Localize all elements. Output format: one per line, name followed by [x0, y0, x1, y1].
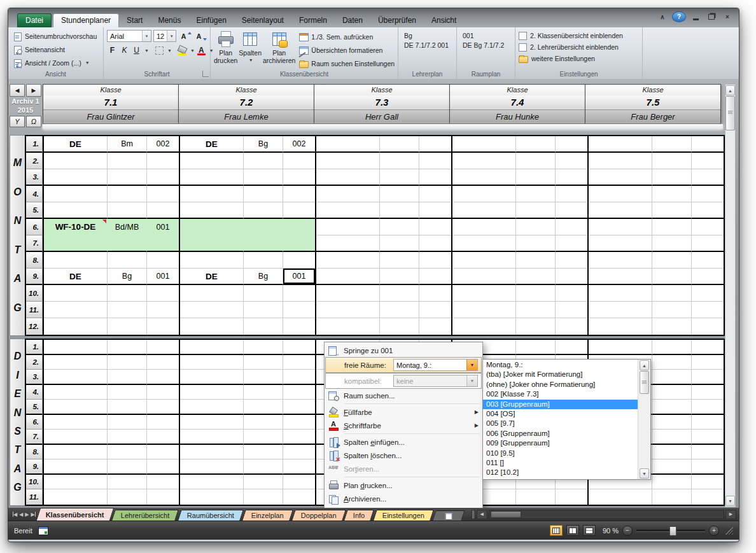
- cell-room[interactable]: [283, 475, 315, 490]
- menu-item-sortieren[interactable]: Sortieren...: [325, 462, 482, 475]
- cell-teacher[interactable]: [108, 202, 147, 219]
- cell-teacher[interactable]: [244, 153, 283, 169]
- cell-subject[interactable]: [316, 252, 380, 269]
- cell-subject[interactable]: [44, 415, 108, 430]
- cell-teacher[interactable]: [244, 415, 283, 430]
- cell-teacher[interactable]: [516, 489, 556, 505]
- cell-room[interactable]: [283, 153, 315, 169]
- cell-teacher[interactable]: [652, 235, 692, 252]
- bold-button[interactable]: F: [107, 45, 118, 56]
- cell-room[interactable]: [692, 445, 724, 460]
- cell-room[interactable]: [419, 219, 451, 235]
- cell-teacher[interactable]: [244, 252, 283, 269]
- ribbon-tab-ansicht[interactable]: Ansicht: [424, 14, 464, 27]
- row-number[interactable]: 9.: [26, 269, 43, 285]
- cell-teacher[interactable]: [108, 285, 147, 302]
- cell-subject[interactable]: WF-10-DE: [44, 219, 108, 235]
- cell-teacher[interactable]: [108, 169, 147, 186]
- cell-room[interactable]: [556, 169, 587, 186]
- chevron-down-icon[interactable]: ▼: [167, 48, 172, 53]
- cell-teacher[interactable]: [380, 219, 419, 235]
- cell-teacher[interactable]: [108, 153, 147, 169]
- cell-room[interactable]: [419, 202, 451, 219]
- row-number[interactable]: 8.: [26, 445, 43, 460]
- chevron-down-icon[interactable]: ▼: [167, 31, 176, 41]
- cell-room[interactable]: [692, 136, 724, 153]
- cell-room[interactable]: [556, 340, 587, 355]
- cell-subject[interactable]: [452, 269, 516, 285]
- cell-teacher[interactable]: [380, 318, 419, 335]
- cell-teacher[interactable]: [244, 302, 283, 318]
- semester-aufruecken-button[interactable]: 1./3. Sem. aufrücken: [299, 31, 395, 43]
- row-number[interactable]: 1.: [26, 340, 43, 355]
- cell-teacher[interactable]: [516, 169, 556, 186]
- cell-room[interactable]: [419, 235, 451, 252]
- uebersichten-formatieren-button[interactable]: Übersichten formatieren: [299, 45, 395, 56]
- cell-room[interactable]: [692, 459, 724, 475]
- menu-item-kompatibel[interactable]: kompatibel:keine▼: [325, 373, 482, 389]
- cell-room[interactable]: [556, 285, 587, 302]
- cell-room[interactable]: [283, 340, 315, 355]
- cell-teacher[interactable]: [380, 302, 419, 318]
- cell-teacher[interactable]: [244, 318, 283, 335]
- cell-subject[interactable]: [452, 252, 516, 269]
- cell-subject[interactable]: [452, 153, 516, 169]
- cell-subject[interactable]: [589, 202, 652, 219]
- resize-grip-icon[interactable]: [725, 527, 733, 535]
- cell-teacher[interactable]: [244, 202, 283, 219]
- insert-sheet-tab[interactable]: [432, 510, 465, 521]
- cell-teacher[interactable]: [244, 475, 283, 490]
- cell-teacher[interactable]: Bd/MB: [108, 219, 147, 235]
- zoom-slider[interactable]: [636, 529, 705, 532]
- cell-room[interactable]: [692, 269, 724, 285]
- cell-subject[interactable]: [316, 269, 380, 285]
- vertical-scrollbar[interactable]: ▲ ▼: [725, 84, 736, 507]
- page-break-preview-button[interactable]: Seitenumbruchvorschau: [11, 30, 100, 42]
- cell-room[interactable]: [147, 318, 179, 335]
- cell-room[interactable]: [556, 302, 587, 318]
- cell-room[interactable]: [419, 169, 451, 186]
- cell-room[interactable]: [283, 285, 315, 302]
- cell-teacher[interactable]: [244, 370, 283, 385]
- room-option-006-gruppenraum[interactable]: 006 [Gruppenraum]: [483, 429, 638, 438]
- cell-room[interactable]: [147, 169, 179, 186]
- cell-subject[interactable]: [180, 340, 244, 355]
- cell-room[interactable]: [556, 202, 587, 219]
- close-icon[interactable]: ×: [721, 12, 734, 22]
- cell-subject[interactable]: [589, 489, 652, 505]
- row-number[interactable]: 10.: [26, 475, 43, 490]
- view-zoom-button[interactable]: Ansicht / Zoom (...) ▼: [11, 57, 100, 69]
- cell-subject[interactable]: [316, 302, 380, 318]
- cell-room[interactable]: 001: [283, 269, 315, 285]
- cell-room[interactable]: [283, 445, 315, 460]
- cell-teacher[interactable]: [108, 252, 147, 269]
- cell-room[interactable]: [419, 252, 451, 269]
- cell-room[interactable]: [692, 285, 724, 302]
- cell-teacher[interactable]: [652, 169, 692, 186]
- cell-teacher[interactable]: [244, 169, 283, 186]
- cell-room[interactable]: [692, 430, 724, 445]
- cell-teacher[interactable]: [108, 340, 147, 355]
- row-number[interactable]: 6.: [26, 415, 43, 430]
- cell-teacher[interactable]: [652, 269, 692, 285]
- cell-subject[interactable]: [44, 340, 108, 355]
- horizontal-scroll-track[interactable]: [489, 510, 724, 519]
- cell-teacher[interactable]: [516, 318, 556, 335]
- sheet-tab-klassen-bersicht[interactable]: Klassenübersicht: [36, 508, 113, 521]
- cell-subject[interactable]: [316, 235, 380, 252]
- cell-subject[interactable]: [452, 318, 516, 335]
- restore-icon[interactable]: [705, 12, 718, 22]
- menu-item-schriftfarbe[interactable]: Schriftfarbe▶: [325, 419, 482, 432]
- cell-teacher[interactable]: [652, 370, 692, 385]
- cell-subject[interactable]: [316, 169, 380, 186]
- sheet-tab-einzelplan[interactable]: Einzelplan: [242, 510, 293, 521]
- cell-subject[interactable]: [44, 235, 108, 252]
- cell-teacher[interactable]: [244, 235, 283, 252]
- cell-subject[interactable]: [180, 370, 244, 385]
- cell-teacher[interactable]: [108, 355, 147, 370]
- cell-room[interactable]: [283, 385, 315, 400]
- cell-room[interactable]: [419, 302, 451, 318]
- cell-room[interactable]: [147, 475, 179, 490]
- cell-subject[interactable]: [180, 489, 244, 505]
- cell-room[interactable]: [283, 489, 315, 505]
